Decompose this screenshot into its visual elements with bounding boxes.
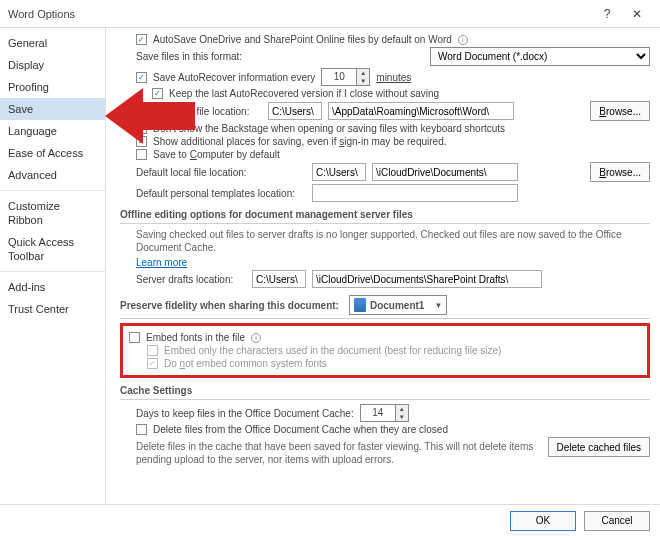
window-title: Word Options (8, 8, 592, 20)
sidebar-item-ease-of-access[interactable]: Ease of Access (0, 142, 105, 164)
sidebar: General Display Proofing Save Language E… (0, 28, 106, 504)
sidebar-item-customize-ribbon[interactable]: Customize Ribbon (0, 195, 105, 231)
checkbox-delete-closed[interactable] (136, 424, 147, 435)
info-icon[interactable]: i (458, 35, 468, 45)
input-server-drafts-b[interactable] (312, 270, 542, 288)
cache-days-value[interactable]: 14 (360, 404, 396, 422)
sidebar-separator (0, 190, 105, 191)
sidebar-item-general[interactable]: General (0, 32, 105, 54)
label-backstage: Don't show the Backstage when opening or… (153, 123, 505, 134)
cancel-button[interactable]: Cancel (584, 511, 650, 531)
titlebar: Word Options ? ✕ (0, 0, 660, 28)
word-document-icon (354, 298, 366, 312)
label-autosave: AutoSave OneDrive and SharePoint Online … (153, 34, 452, 45)
checkbox-no-common-fonts (147, 358, 158, 369)
label-delete-closed: Delete files from the Office Document Ca… (153, 424, 448, 435)
sidebar-item-proofing[interactable]: Proofing (0, 76, 105, 98)
spinner-up-icon[interactable]: ▲ (357, 69, 369, 77)
label-show-additional: Show additional places for saving, even … (153, 136, 447, 147)
select-fidelity-document[interactable]: Document1 ▼ (349, 295, 447, 315)
dialog-footer: OK Cancel (0, 504, 660, 536)
label-server-drafts: Server drafts location: (136, 274, 246, 285)
label-keep-last: Keep the last AutoRecovered version if I… (169, 88, 439, 99)
close-button[interactable]: ✕ (622, 0, 652, 27)
offline-note: Saving checked out files to server draft… (136, 228, 650, 254)
fidelity-doc-name: Document1 (370, 300, 424, 311)
section-preserve-fidelity: Preserve fidelity when sharing this docu… (120, 292, 650, 319)
highlight-embed-fonts-section: Embed fonts in the file i Embed only the… (120, 323, 650, 378)
label-default-templates: Default personal templates location: (136, 188, 306, 199)
browse-button-autorecover[interactable]: Browse... (590, 101, 650, 121)
learn-more-link[interactable]: Learn more (136, 257, 187, 268)
section-cache-settings: Cache Settings (120, 382, 650, 400)
input-default-templates[interactable] (312, 184, 518, 202)
select-save-format[interactable]: Word Document (*.docx) (430, 47, 650, 66)
info-icon[interactable]: i (251, 333, 261, 343)
spinner-autorecover-minutes[interactable]: 10 ▲▼ (321, 68, 370, 86)
browse-button-default-local[interactable]: Browse... (590, 162, 650, 182)
label-save-computer: Save to Computer by default (153, 149, 280, 160)
checkbox-show-additional[interactable] (136, 136, 147, 147)
spinner-down-icon[interactable]: ▼ (396, 413, 408, 421)
chevron-down-icon: ▼ (434, 301, 442, 310)
input-autorecover-loc-b[interactable] (328, 102, 514, 120)
sidebar-item-advanced[interactable]: Advanced (0, 164, 105, 186)
checkbox-autorecover[interactable] (136, 72, 147, 83)
label-embed-chars: Embed only the characters used in the do… (164, 345, 501, 356)
cache-delete-note: Delete files in the cache that have been… (136, 440, 542, 466)
ok-button[interactable]: OK (510, 511, 576, 531)
section-offline-editing: Offline editing options for document man… (120, 206, 650, 224)
label-autorecover-pre: Save AutoRecover information every (153, 72, 315, 83)
input-autorecover-loc-a[interactable] (268, 102, 322, 120)
sidebar-item-language[interactable]: Language (0, 120, 105, 142)
sidebar-item-display[interactable]: Display (0, 54, 105, 76)
checkbox-embed-chars (147, 345, 158, 356)
checkbox-autosave[interactable] (136, 34, 147, 45)
label-cache-days: Days to keep files in the Office Documen… (136, 408, 354, 419)
label-default-local: Default local file location: (136, 167, 306, 178)
label-autorecover-loc: AutoRecover file location: (136, 106, 262, 117)
checkbox-keep-last[interactable] (152, 88, 163, 99)
spinner-down-icon[interactable]: ▼ (357, 77, 369, 85)
spinner-cache-days[interactable]: 14 ▲▼ (360, 404, 409, 422)
content-panel: AutoSave OneDrive and SharePoint Online … (106, 28, 660, 504)
delete-cached-files-button[interactable]: Delete cached files (548, 437, 651, 457)
input-default-local-a[interactable] (312, 163, 366, 181)
sidebar-separator (0, 271, 105, 272)
checkbox-backstage[interactable] (136, 123, 147, 134)
label-minutes: minutes (376, 72, 411, 83)
checkbox-embed-fonts[interactable] (129, 332, 140, 343)
input-default-local-b[interactable] (372, 163, 518, 181)
checkbox-save-computer[interactable] (136, 149, 147, 160)
sidebar-item-add-ins[interactable]: Add-ins (0, 276, 105, 298)
help-button[interactable]: ? (592, 0, 622, 27)
sidebar-item-save[interactable]: Save (0, 98, 105, 120)
label-no-common-fonts: Do not embed common system fonts (164, 358, 327, 369)
sidebar-item-trust-center[interactable]: Trust Center (0, 298, 105, 320)
input-server-drafts-a[interactable] (252, 270, 306, 288)
label-preserve-fidelity: Preserve fidelity when sharing this docu… (120, 300, 339, 311)
spinner-up-icon[interactable]: ▲ (396, 405, 408, 413)
sidebar-item-quick-access-toolbar[interactable]: Quick Access Toolbar (0, 231, 105, 267)
autorecover-value[interactable]: 10 (321, 68, 357, 86)
label-save-format: Save files in this format: (136, 51, 242, 62)
label-embed-fonts: Embed fonts in the file (146, 332, 245, 343)
